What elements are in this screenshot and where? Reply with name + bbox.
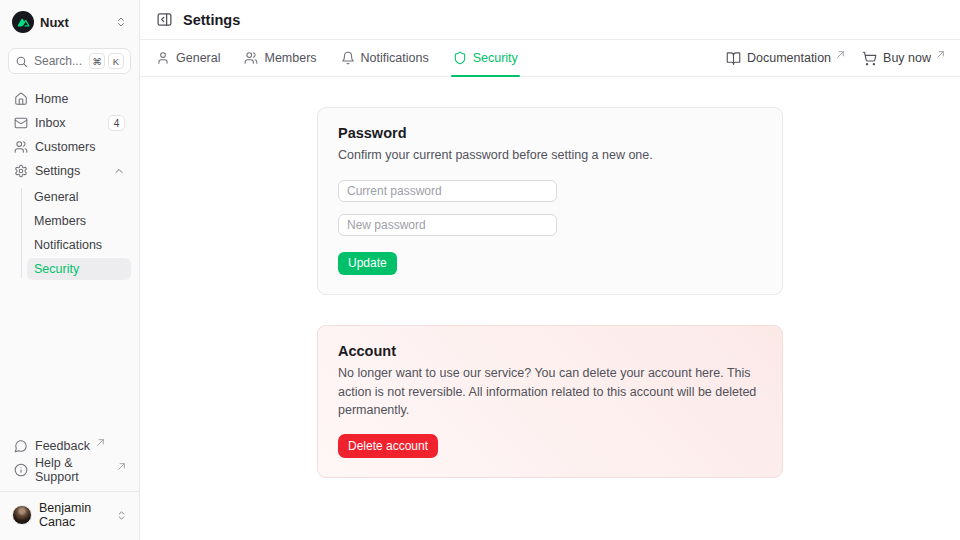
team-switcher[interactable]: Nuxt [8, 8, 131, 36]
help-support-link[interactable]: Help & Support [8, 459, 131, 481]
tab-label: Security [473, 51, 518, 65]
account-card-title: Account [338, 343, 762, 359]
sidebar-item-notifications[interactable]: Notifications [27, 234, 131, 256]
settings-subnav: General Members Notifications Security [21, 186, 131, 280]
sidebar-toggle-icon[interactable] [156, 11, 173, 28]
chevron-up-icon [113, 165, 125, 177]
external-link-icon [837, 51, 844, 58]
account-card: Account No longer want to use our servic… [317, 325, 783, 478]
cart-icon [862, 51, 877, 66]
tab-notifications[interactable]: Notifications [341, 40, 429, 76]
inbox-count-badge: 4 [108, 115, 125, 131]
sidebar-item-label: Members [34, 214, 86, 228]
tab-label: Members [264, 51, 316, 65]
sidebar-item-home[interactable]: Home [8, 88, 131, 110]
sidebar-item-label: General [34, 190, 78, 204]
sidebar-item-general[interactable]: General [27, 186, 131, 208]
sidebar-item-label: Settings [35, 164, 80, 178]
sidebar: Nuxt Search... ⌘ K Home [0, 0, 140, 540]
inbox-icon [14, 116, 28, 130]
search-label: Search... [34, 54, 82, 68]
account-card-description: No longer want to use our service? You c… [338, 364, 762, 420]
nuxt-logo-icon [12, 11, 34, 33]
settings-tabbar: General Members Notifications Security [140, 40, 960, 77]
shield-icon [453, 51, 467, 65]
kbd-cmd: ⌘ [89, 53, 105, 69]
home-icon [14, 92, 28, 106]
tab-label: General [176, 51, 220, 65]
sidebar-item-label: Security [34, 262, 79, 276]
sidebar-item-label: Customers [35, 140, 95, 154]
app-root: Nuxt Search... ⌘ K Home [0, 0, 960, 540]
main-area: Settings General Members Notifications [140, 0, 960, 540]
search-input[interactable]: Search... ⌘ K [8, 48, 131, 74]
gear-icon [14, 164, 28, 178]
chevrons-up-down-icon [115, 16, 127, 28]
book-icon [726, 51, 741, 66]
search-shortcut: ⌘ K [89, 53, 124, 69]
chat-bubble-icon [14, 439, 28, 453]
sidebar-item-security[interactable]: Security [27, 258, 131, 280]
external-link-icon [937, 51, 944, 58]
feedback-link[interactable]: Feedback [8, 435, 131, 457]
password-card: Password Confirm your current password b… [317, 107, 783, 295]
footer-item-label: Feedback [35, 439, 90, 453]
sidebar-item-label: Notifications [34, 238, 102, 252]
users-icon [244, 51, 258, 65]
sidebar-item-members[interactable]: Members [27, 210, 131, 232]
header-link-label: Documentation [747, 51, 831, 65]
info-icon [14, 463, 28, 477]
password-card-description: Confirm your current password before set… [338, 146, 762, 165]
documentation-link[interactable]: Documentation [726, 51, 844, 66]
header-links: Documentation Buy now [726, 51, 944, 66]
update-password-button[interactable]: Update [338, 252, 397, 275]
user-menu[interactable]: Benjamin Canac [0, 491, 139, 532]
tab-general[interactable]: General [156, 40, 220, 76]
kbd-k: K [108, 53, 124, 69]
current-password-field[interactable] [338, 180, 557, 202]
external-link-icon [118, 463, 125, 470]
page-title: Settings [183, 12, 240, 28]
new-password-field[interactable] [338, 214, 557, 236]
password-card-title: Password [338, 125, 762, 141]
sidebar-item-inbox[interactable]: Inbox 4 [8, 112, 131, 134]
buy-now-link[interactable]: Buy now [862, 51, 944, 66]
settings-security-panel: Password Confirm your current password b… [140, 77, 960, 540]
sidebar-footer: Feedback Help & Support Benjamin Canac [8, 435, 131, 532]
tab-security[interactable]: Security [453, 40, 518, 76]
page-header: Settings [140, 0, 960, 40]
chevrons-up-down-icon [116, 510, 127, 521]
sidebar-item-label: Inbox [35, 116, 66, 130]
tab-label: Notifications [361, 51, 429, 65]
tab-members[interactable]: Members [244, 40, 316, 76]
bell-icon [341, 51, 355, 65]
user-name: Benjamin Canac [39, 501, 109, 529]
sidebar-nav: Home Inbox 4 Customers Settings [8, 88, 131, 282]
user-avatar [12, 505, 32, 525]
sidebar-item-label: Home [35, 92, 68, 106]
users-icon [14, 140, 28, 154]
footer-item-label: Help & Support [35, 456, 111, 484]
external-link-icon [97, 439, 104, 446]
user-icon [156, 51, 170, 65]
sidebar-item-settings[interactable]: Settings [8, 160, 131, 182]
sidebar-item-customers[interactable]: Customers [8, 136, 131, 158]
search-icon [15, 55, 28, 68]
team-name: Nuxt [40, 15, 69, 30]
header-link-label: Buy now [883, 51, 931, 65]
delete-account-button[interactable]: Delete account [338, 434, 438, 458]
